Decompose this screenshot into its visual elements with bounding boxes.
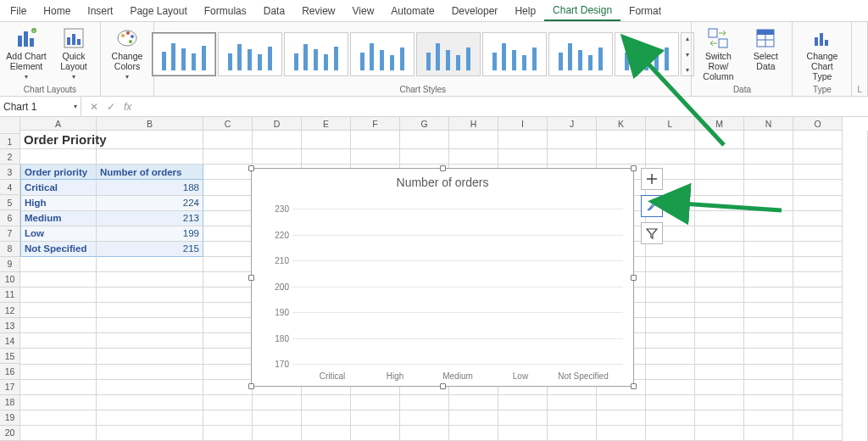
resize-handle[interactable]	[631, 275, 637, 281]
cell[interactable]	[203, 349, 253, 364]
cell[interactable]	[646, 318, 695, 333]
cell[interactable]	[695, 180, 744, 195]
cell[interactable]	[744, 226, 793, 242]
formula-bar[interactable]	[140, 97, 868, 116]
tab-chart-design[interactable]: Chart Design	[544, 1, 620, 21]
cell[interactable]	[97, 426, 203, 441]
column-header-O[interactable]: O	[793, 117, 843, 131]
cell[interactable]	[203, 333, 253, 349]
cell[interactable]	[203, 410, 253, 426]
cell[interactable]	[695, 349, 744, 364]
cell[interactable]	[302, 395, 351, 410]
cell[interactable]	[695, 149, 744, 165]
cell[interactable]	[744, 196, 793, 211]
chart-style-3[interactable]	[284, 32, 348, 76]
column-header-F[interactable]: F	[351, 117, 400, 131]
cell[interactable]	[97, 303, 203, 318]
row-header-18[interactable]: 18	[0, 395, 20, 410]
tab-help[interactable]: Help	[506, 2, 544, 20]
cell[interactable]	[744, 426, 793, 441]
cell[interactable]	[20, 318, 97, 333]
resize-handle[interactable]	[440, 383, 446, 389]
tab-file[interactable]: File	[2, 2, 35, 20]
change-colors-button[interactable]: Change Colors ▾	[106, 25, 148, 81]
cell[interactable]	[400, 149, 449, 165]
cell[interactable]: Not Specified	[20, 242, 97, 257]
cell[interactable]	[695, 272, 744, 287]
cell[interactable]	[302, 426, 351, 441]
cell[interactable]	[744, 165, 793, 180]
cell[interactable]	[793, 242, 843, 257]
cell[interactable]	[20, 349, 97, 364]
cell[interactable]	[97, 395, 203, 410]
cell[interactable]	[548, 149, 597, 165]
cell[interactable]	[695, 410, 744, 426]
cell[interactable]	[793, 365, 843, 380]
cell[interactable]	[400, 131, 449, 149]
cell[interactable]	[449, 149, 498, 165]
cell[interactable]	[253, 131, 302, 149]
cell[interactable]	[400, 395, 449, 410]
cell[interactable]	[744, 365, 793, 380]
cell[interactable]	[793, 426, 843, 441]
cell[interactable]	[302, 410, 351, 426]
cell[interactable]	[203, 131, 253, 149]
row-header-6[interactable]: 6	[0, 210, 20, 226]
cell[interactable]	[793, 211, 843, 226]
cell[interactable]: 188	[97, 180, 203, 195]
cell[interactable]	[793, 180, 843, 195]
cell[interactable]	[793, 272, 843, 287]
cell[interactable]	[351, 410, 400, 426]
column-header-H[interactable]: H	[449, 117, 498, 131]
cell[interactable]	[548, 410, 597, 426]
row-header-11[interactable]: 11	[0, 287, 20, 303]
cell[interactable]	[646, 149, 695, 165]
cell[interactable]	[253, 395, 302, 410]
cell[interactable]: Low	[20, 226, 97, 242]
tab-page-layout[interactable]: Page Layout	[121, 2, 195, 20]
cell[interactable]	[97, 257, 203, 272]
cell[interactable]	[97, 380, 203, 395]
cell[interactable]	[646, 365, 695, 380]
cell[interactable]	[203, 380, 253, 395]
tab-home[interactable]: Home	[35, 2, 79, 20]
cell[interactable]	[744, 333, 793, 349]
cell[interactable]	[20, 149, 97, 165]
cell[interactable]	[449, 410, 498, 426]
cell[interactable]	[498, 410, 548, 426]
column-header-L[interactable]: L	[646, 117, 695, 131]
cell[interactable]	[351, 426, 400, 441]
cell[interactable]	[793, 196, 843, 211]
cell[interactable]	[97, 149, 203, 165]
cell[interactable]	[203, 149, 253, 165]
cell[interactable]	[253, 410, 302, 426]
cell[interactable]	[646, 131, 695, 149]
cell[interactable]	[646, 257, 695, 272]
cell[interactable]	[203, 303, 253, 318]
cell[interactable]	[203, 196, 253, 211]
cell[interactable]	[695, 257, 744, 272]
resize-handle[interactable]	[248, 165, 254, 171]
cell[interactable]	[203, 211, 253, 226]
cell[interactable]	[97, 287, 203, 303]
select-all-triangle[interactable]	[0, 117, 20, 134]
cell[interactable]	[695, 131, 744, 149]
chart-elements-button[interactable]	[641, 168, 663, 190]
cell[interactable]	[203, 165, 253, 180]
cell[interactable]	[548, 395, 597, 410]
cell[interactable]	[646, 349, 695, 364]
cell[interactable]	[793, 349, 843, 364]
chart-style-6[interactable]	[482, 32, 547, 76]
tab-view[interactable]: View	[344, 2, 383, 20]
cell[interactable]	[597, 149, 646, 165]
cell[interactable]	[793, 303, 843, 318]
cell[interactable]	[20, 303, 97, 318]
cell[interactable]	[744, 318, 793, 333]
name-box[interactable]: Chart 1 ▾	[0, 97, 81, 116]
cell[interactable]	[351, 149, 400, 165]
cell[interactable]	[793, 318, 843, 333]
cell[interactable]	[793, 380, 843, 395]
cell[interactable]	[695, 165, 744, 180]
resize-handle[interactable]	[631, 165, 637, 171]
row-header-16[interactable]: 16	[0, 364, 20, 379]
